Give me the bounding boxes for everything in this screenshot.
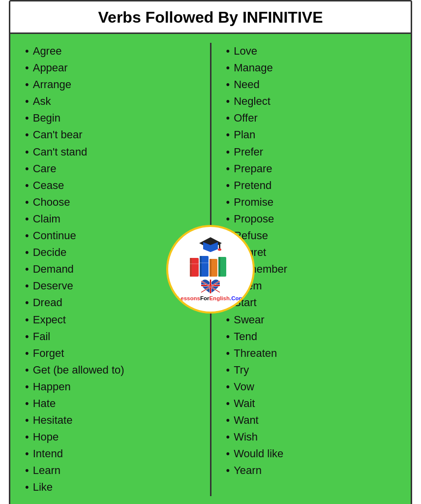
logo-english: English: [209, 295, 230, 301]
list-item: Tend: [226, 328, 406, 345]
list-item: Arrange: [25, 76, 205, 93]
list-item: Wait: [226, 395, 406, 412]
svg-rect-12: [218, 257, 220, 277]
list-item: Promise: [226, 194, 406, 211]
list-item: Try: [226, 362, 406, 378]
logo-dotcom: .Com: [230, 295, 244, 301]
list-item: Learn: [25, 462, 205, 479]
svg-rect-10: [210, 259, 211, 277]
list-item: Can't stand: [25, 144, 205, 160]
list-item: Expect: [25, 312, 205, 328]
svg-rect-8: [200, 256, 202, 277]
list-item: Offer: [226, 110, 406, 126]
list-item: Manage: [226, 60, 406, 76]
logo-inner: LessonsForEnglish.Com: [168, 227, 253, 312]
list-item: Neglect: [226, 93, 406, 110]
list-item: Pretend: [226, 177, 406, 194]
list-item: Hesitate: [25, 412, 205, 429]
list-item: Swear: [226, 312, 406, 328]
list-item: Happen: [25, 378, 205, 395]
list-item: Appear: [25, 60, 205, 76]
list-item: Choose: [25, 194, 205, 211]
page-title: Verbs Followed By INFINITIVE: [15, 8, 406, 27]
list-item: Forget: [25, 345, 205, 362]
list-item: Claim: [25, 211, 205, 227]
logo-for: For: [200, 295, 210, 301]
list-item: Propose: [226, 211, 406, 227]
list-item: Hate: [25, 395, 205, 412]
svg-point-4: [218, 248, 221, 251]
card-header: Verbs Followed By INFINITIVE: [10, 1, 411, 34]
list-item: Cease: [25, 177, 205, 194]
title-bold: INFINITIVE: [242, 8, 323, 26]
graduation-cap-icon: [198, 236, 223, 254]
list-item: Wish: [226, 429, 406, 445]
list-item: Vow: [226, 378, 406, 395]
list-item: Hope: [25, 429, 205, 445]
list-item: Need: [226, 76, 406, 93]
list-item: Plan: [226, 126, 406, 143]
logo-circle: LessonsForEnglish.Com: [166, 225, 255, 314]
list-item: Love: [226, 43, 406, 60]
title-normal: Verbs Followed By: [98, 8, 242, 26]
list-item: Agree: [25, 43, 205, 60]
list-item: Start: [226, 294, 406, 311]
svg-rect-6: [190, 258, 192, 277]
list-item: Ask: [25, 93, 205, 110]
logo-lessons: Lessons: [177, 295, 200, 301]
list-item: Prepare: [226, 160, 406, 177]
list-item: Intend: [25, 445, 205, 462]
card-body: AgreeAppearArrangeAskBeginCan't bearCan'…: [10, 34, 411, 504]
list-item: Yearn: [226, 462, 406, 479]
list-item: Refuse: [226, 227, 406, 244]
list-item: Can't bear: [25, 126, 205, 143]
list-item: Care: [25, 160, 205, 177]
list-item: Like: [25, 479, 205, 496]
uk-flag-heart-icon: [200, 279, 221, 295]
list-item: Threaten: [226, 345, 406, 362]
list-item: Get (be allowed to): [25, 362, 205, 378]
logo-brand-text: LessonsForEnglish.Com: [177, 295, 243, 302]
list-item: Fail: [25, 328, 205, 345]
list-item: Prefer: [226, 144, 406, 160]
list-item: Want: [226, 412, 406, 429]
list-item: Would like: [226, 445, 406, 462]
list-item: Begin: [25, 110, 205, 126]
books-icon: [189, 254, 232, 279]
main-card: Verbs Followed By INFINITIVE AgreeAppear…: [9, 0, 412, 504]
